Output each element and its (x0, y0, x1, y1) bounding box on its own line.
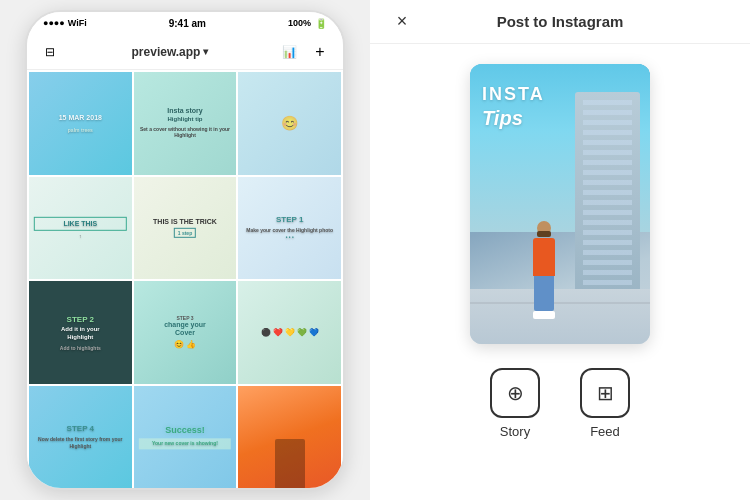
status-right: 100% 🔋 (288, 18, 327, 29)
nav-right: 📊 + (279, 41, 331, 63)
phone-nav: ⊟ preview.app ▾ 📊 + (27, 34, 343, 70)
chart-icon[interactable]: 📊 (279, 41, 301, 63)
story-label: Story (500, 424, 530, 439)
signal-icon: ●●●● (43, 18, 65, 28)
status-bar: ●●●● WiFi 9:41 am 100% 🔋 (27, 12, 343, 34)
story-preview: INSTA Tips (470, 64, 650, 344)
phone-mockup: ●●●● WiFi 9:41 am 100% 🔋 ⊟ preview.app ▾… (25, 10, 345, 490)
left-panel: ●●●● WiFi 9:41 am 100% 🔋 ⊟ preview.app ▾… (0, 0, 370, 500)
grid-cell-5[interactable]: THIS IS THE TRICK 1 step (134, 177, 237, 280)
story-button[interactable]: ⊕ Story (490, 368, 540, 439)
status-left: ●●●● WiFi (43, 18, 87, 28)
right-content: INSTA Tips ⊕ Story ⊞ Feed (370, 44, 750, 500)
story-overlay-text: INSTA Tips (482, 84, 545, 130)
image-grid: 15 MAR 2018 palm trees Insta story Highl… (27, 70, 343, 488)
phone-content: 15 MAR 2018 palm trees Insta story Highl… (27, 70, 343, 488)
cell-4-text: LIKE THIS ↑ (34, 217, 126, 239)
time-display: 9:41 am (169, 18, 206, 29)
grid-cell-4[interactable]: LIKE THIS ↑ (29, 177, 132, 280)
cell-10-text: STEP 4 Now delete the first story from y… (34, 425, 126, 451)
nav-title: preview.app ▾ (132, 45, 209, 59)
add-icon[interactable]: + (309, 41, 331, 63)
grid-cell-2[interactable]: Insta story Highlight tip Set a cover wi… (134, 72, 237, 175)
right-header: × Post to Instagram (370, 0, 750, 44)
cell-7-text: STEP 2 Add it in yourHighlight Add to hi… (34, 315, 126, 351)
feed-button[interactable]: ⊞ Feed (580, 368, 630, 439)
panel-title: Post to Instagram (414, 13, 706, 30)
grid-cell-11[interactable]: Success! Your new cover is showing! (134, 386, 237, 488)
action-buttons: ⊕ Story ⊞ Feed (490, 368, 630, 439)
cell-2-text: Insta story Highlight tip Set a cover wi… (139, 108, 231, 140)
cell-8-text: STEP 3 change yourCover 😊👍 (139, 315, 231, 350)
right-panel: × Post to Instagram (370, 0, 750, 500)
dropdown-arrow-icon[interactable]: ▾ (203, 46, 208, 57)
feed-label: Feed (590, 424, 620, 439)
grid-icon[interactable]: ⊟ (39, 41, 61, 63)
cell-6-text: STEP 1 Make your cover the Highlight pho… (243, 215, 335, 240)
battery-icon: 🔋 (315, 18, 327, 29)
cell-11-text: Success! Your new cover is showing! (139, 426, 231, 449)
story-background: INSTA Tips (470, 64, 650, 344)
battery-percent: 100% (288, 18, 311, 28)
grid-cell-1[interactable]: 15 MAR 2018 palm trees (29, 72, 132, 175)
close-button[interactable]: × (390, 10, 414, 34)
feed-add-icon[interactable]: ⊞ (580, 368, 630, 418)
cell-5-text: THIS IS THE TRICK 1 step (139, 218, 231, 238)
grid-cell-8[interactable]: STEP 3 change yourCover 😊👍 (134, 281, 237, 384)
grid-cell-9[interactable]: ⚫ ❤️ 💛 💚 💙 (238, 281, 341, 384)
grid-cell-12[interactable] (238, 386, 341, 488)
grid-cell-7[interactable]: STEP 2 Add it in yourHighlight Add to hi… (29, 281, 132, 384)
grid-cell-6[interactable]: STEP 1 Make your cover the Highlight pho… (238, 177, 341, 280)
cell-1-text: 15 MAR 2018 palm trees (34, 114, 126, 132)
wifi-icon: WiFi (68, 18, 87, 28)
grid-cell-3[interactable]: 😊 (238, 72, 341, 175)
grid-cell-10[interactable]: STEP 4 Now delete the first story from y… (29, 386, 132, 488)
story-add-icon[interactable]: ⊕ (490, 368, 540, 418)
